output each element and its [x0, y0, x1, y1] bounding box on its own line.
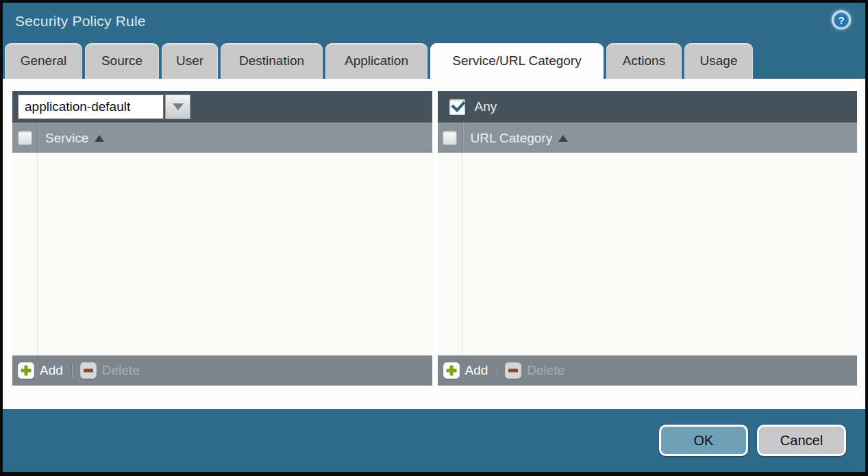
add-button-label: Add: [465, 363, 488, 378]
dialog-action-bar: OK Cancel: [3, 409, 865, 472]
tab-usage[interactable]: Usage: [684, 43, 753, 79]
delete-button-label: Delete: [527, 363, 565, 378]
url-category-table-body[interactable]: [438, 153, 858, 355]
tab-source[interactable]: Source: [85, 43, 159, 79]
service-panel: application-default Service: [12, 91, 432, 386]
tab-label: Application: [345, 53, 408, 68]
tab-label: Service/URL Category: [452, 53, 581, 68]
tab-service-url-category[interactable]: Service/URL Category: [430, 43, 604, 79]
tab-destination[interactable]: Destination: [221, 43, 323, 79]
any-checkbox[interactable]: [449, 99, 465, 115]
dialog-titlebar: Security Policy Rule: [3, 3, 865, 43]
service-delete-button[interactable]: Delete: [80, 362, 140, 379]
url-category-table-header: URL Category: [438, 123, 858, 153]
minus-icon: [80, 362, 97, 379]
url-category-add-button[interactable]: Add: [443, 362, 488, 379]
cancel-button[interactable]: Cancel: [757, 425, 846, 456]
help-icon[interactable]: [832, 10, 851, 29]
tab-label: General: [21, 53, 67, 68]
service-select-all-cell: [12, 123, 38, 153]
tab-bar: General Source User Destination Applicat…: [3, 43, 865, 79]
security-policy-rule-dialog: Security Policy Rule General Source User…: [0, 0, 868, 476]
tab-general[interactable]: General: [5, 43, 82, 79]
tab-label: Usage: [700, 53, 738, 68]
sort-asc-icon[interactable]: [95, 135, 104, 142]
chevron-down-icon: [173, 103, 184, 110]
service-table-header: Service: [12, 123, 432, 153]
plus-icon: [18, 362, 34, 379]
any-checkbox-label[interactable]: Any: [475, 99, 497, 114]
url-category-column-header[interactable]: URL Category: [471, 131, 553, 146]
minus-icon: [505, 362, 521, 379]
sort-asc-icon[interactable]: [558, 135, 568, 142]
tab-application[interactable]: Application: [325, 43, 427, 79]
service-table-footer: Add Delete: [12, 355, 432, 386]
plus-icon: [443, 362, 460, 379]
delete-button-label: Delete: [102, 363, 140, 378]
screen: Security Policy Rule General Source User…: [0, 0, 868, 476]
footer-separator: [497, 364, 497, 377]
service-type-dropdown-value[interactable]: application-default: [18, 95, 164, 119]
tab-label: Source: [101, 53, 142, 68]
tab-user[interactable]: User: [162, 43, 218, 79]
url-category-panel: Any URL Category Add: [438, 91, 858, 386]
tab-label: Actions: [623, 53, 665, 68]
url-category-select-all-cell: [438, 123, 463, 153]
add-button-label: Add: [40, 363, 63, 378]
service-type-dropdown[interactable]: application-default: [18, 95, 190, 119]
tab-label: User: [176, 53, 203, 68]
tab-content: application-default Service: [3, 79, 865, 409]
dialog-title: Security Policy Rule: [15, 13, 146, 29]
url-category-table-footer: Add Delete: [438, 355, 858, 386]
footer-separator: [72, 364, 73, 377]
url-category-toolbar: Any: [438, 91, 858, 123]
service-column-header[interactable]: Service: [45, 131, 88, 146]
service-toolbar: application-default: [12, 91, 432, 123]
url-category-delete-button[interactable]: Delete: [505, 362, 565, 379]
tab-actions[interactable]: Actions: [606, 43, 682, 79]
service-add-button[interactable]: Add: [18, 362, 63, 379]
ok-button[interactable]: OK: [659, 425, 748, 456]
service-select-all-checkbox[interactable]: [18, 131, 32, 145]
service-table-body[interactable]: [12, 153, 432, 355]
url-category-select-all-checkbox[interactable]: [443, 131, 457, 145]
any-row: Any: [449, 99, 497, 115]
tab-label: Destination: [239, 53, 304, 68]
service-type-dropdown-button[interactable]: [165, 95, 190, 119]
